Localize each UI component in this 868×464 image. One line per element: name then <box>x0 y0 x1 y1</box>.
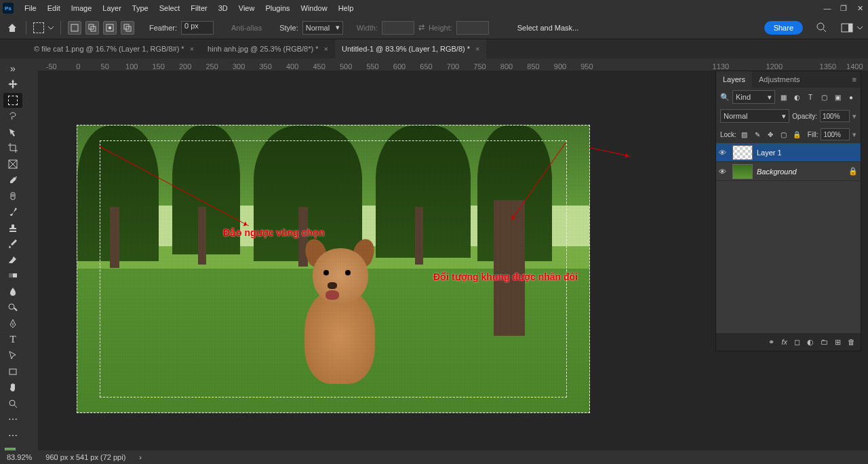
layer-item[interactable]: 👁 Layer 1 <box>716 143 861 162</box>
tab-layers[interactable]: Layers <box>716 71 752 88</box>
eyedropper-tool[interactable] <box>3 173 22 188</box>
filter-toggle-icon[interactable]: ● <box>846 92 856 102</box>
selection-add-icon[interactable] <box>85 21 99 35</box>
filter-pixel-icon[interactable]: ▦ <box>778 92 789 102</box>
opacity-input[interactable]: 100% <box>820 110 850 122</box>
menu-edit[interactable]: Edit <box>42 0 66 16</box>
gradient-tool[interactable] <box>3 269 22 284</box>
link-layers-icon[interactable]: ⚭ <box>768 338 774 347</box>
filter-type-icon[interactable]: T <box>805 92 816 102</box>
lock-transparent-icon[interactable]: ▨ <box>739 129 749 140</box>
menu-image[interactable]: Image <box>66 0 98 16</box>
rectangle-tool[interactable] <box>3 364 22 379</box>
selection-new-icon[interactable] <box>68 21 81 35</box>
close-button[interactable]: ✕ <box>852 0 868 16</box>
mask-icon[interactable]: ◻ <box>794 338 800 347</box>
edit-toolbar-icon[interactable]: ⋯ <box>3 428 22 443</box>
workspace-icon[interactable] <box>841 23 853 33</box>
menu-view[interactable]: View <box>233 0 260 16</box>
fx-icon[interactable]: fx <box>781 338 787 346</box>
chevron-right-icon[interactable]: › <box>139 453 142 461</box>
filter-kind-select[interactable]: Kind▾ <box>732 90 775 104</box>
feather-input[interactable]: 0 px <box>181 21 214 35</box>
menu-type[interactable]: Type <box>127 0 154 16</box>
close-icon[interactable]: × <box>324 45 328 53</box>
history-brush-tool[interactable] <box>3 237 22 252</box>
menu-plugins[interactable]: Plugins <box>260 0 295 16</box>
brush-tool[interactable] <box>3 205 22 220</box>
chevron-down-icon[interactable] <box>857 25 863 31</box>
lock-position-icon[interactable]: ✥ <box>766 129 776 140</box>
tab-adjustments[interactable]: Adjustments <box>752 71 807 88</box>
menu-filter[interactable]: Filter <box>185 0 212 16</box>
panel-menu-icon[interactable]: ≡ <box>848 75 861 83</box>
collapse-icon[interactable]: » <box>3 61 22 76</box>
type-tool[interactable]: T <box>3 332 22 347</box>
chevron-down-icon[interactable] <box>48 25 54 31</box>
swap-icon[interactable]: ⇄ <box>418 23 425 32</box>
zoom-level[interactable]: 83.92% <box>7 453 32 461</box>
canvas-image[interactable]: Đảo ngược vùng chọn Đối tượng khung được… <box>77 125 590 413</box>
marquee-tool-icon[interactable] <box>33 22 44 33</box>
zoom-tool[interactable] <box>3 396 22 411</box>
frame-tool[interactable] <box>3 157 22 172</box>
close-icon[interactable]: × <box>475 45 479 53</box>
maximize-button[interactable]: ❐ <box>835 0 852 16</box>
menu-select[interactable]: Select <box>154 0 186 16</box>
new-layer-icon[interactable]: ⊞ <box>835 338 841 347</box>
dodge-tool[interactable] <box>3 301 22 315</box>
filter-smart-icon[interactable]: ▣ <box>832 92 843 102</box>
layer-thumbnail[interactable] <box>732 164 753 179</box>
search-icon[interactable] <box>816 22 827 33</box>
layer-name[interactable]: Background <box>757 168 797 176</box>
adjustment-layer-icon[interactable]: ◐ <box>807 338 814 347</box>
tab-hinh-anh[interactable]: hinh anh.jpg @ 25.3% (RGB/8*) *× <box>201 39 335 58</box>
healing-tool[interactable] <box>3 189 22 204</box>
tab-untitled[interactable]: Untitled-1 @ 83.9% (Layer 1, RGB/8) *× <box>335 39 487 58</box>
crop-tool[interactable] <box>3 141 22 156</box>
stamp-tool[interactable] <box>3 220 22 235</box>
minimize-button[interactable]: — <box>819 0 835 16</box>
blur-tool[interactable] <box>3 284 22 299</box>
ruler-horizontal[interactable]: -500501001502002503003504004505005506006… <box>38 58 868 71</box>
lock-all-icon[interactable]: 🔒 <box>791 129 802 140</box>
path-select-tool[interactable] <box>3 348 22 363</box>
tab-file-cat[interactable]: © file cat 1.png @ 16.7% (Layer 1, RGB/8… <box>27 39 201 58</box>
layer-name[interactable]: Layer 1 <box>757 149 782 157</box>
search-icon[interactable]: 🔍 <box>720 93 730 102</box>
blend-mode-select[interactable]: Normal▾ <box>720 109 789 123</box>
quick-select-tool[interactable] <box>3 125 22 140</box>
more-tools-icon[interactable]: ⋯ <box>3 412 22 427</box>
select-and-mask-button[interactable]: Select and Mask... <box>511 21 586 35</box>
hand-tool[interactable] <box>3 380 22 395</box>
pen-tool[interactable] <box>3 316 22 331</box>
selection-intersect-icon[interactable] <box>121 21 134 35</box>
menu-3d[interactable]: 3D <box>213 0 233 16</box>
visibility-icon[interactable]: 👁 <box>719 149 728 157</box>
layer-thumbnail[interactable] <box>732 145 753 160</box>
share-button[interactable]: Share <box>764 21 803 35</box>
selection-subtract-icon[interactable] <box>103 21 117 35</box>
eraser-tool[interactable] <box>3 252 22 267</box>
filter-shape-icon[interactable]: ▢ <box>818 92 829 102</box>
close-icon[interactable]: × <box>190 45 194 53</box>
style-select[interactable]: Normal▾ <box>302 21 343 35</box>
menu-file[interactable]: File <box>19 0 42 16</box>
fill-input[interactable]: 100% <box>821 128 850 140</box>
menu-help[interactable]: Help <box>333 0 359 16</box>
doc-info[interactable]: 960 px x 541 px (72 ppi) <box>45 453 125 461</box>
visibility-icon[interactable]: 👁 <box>719 168 728 176</box>
lasso-tool[interactable] <box>3 109 22 124</box>
lock-artboard-icon[interactable]: ▢ <box>778 129 789 140</box>
marquee-tool[interactable] <box>3 93 22 108</box>
menu-layer[interactable]: Layer <box>97 0 127 16</box>
group-icon[interactable]: 🗀 <box>821 338 828 346</box>
menu-window[interactable]: Window <box>296 0 333 16</box>
move-tool[interactable] <box>3 77 22 92</box>
lock-pixels-icon[interactable]: ✎ <box>752 129 762 140</box>
ruler-vertical[interactable] <box>26 71 38 450</box>
filter-adjust-icon[interactable]: ◐ <box>791 92 802 102</box>
home-icon[interactable] <box>5 21 19 35</box>
delete-layer-icon[interactable]: 🗑 <box>848 338 855 346</box>
layer-item[interactable]: 👁 Background 🔒 <box>716 162 861 181</box>
